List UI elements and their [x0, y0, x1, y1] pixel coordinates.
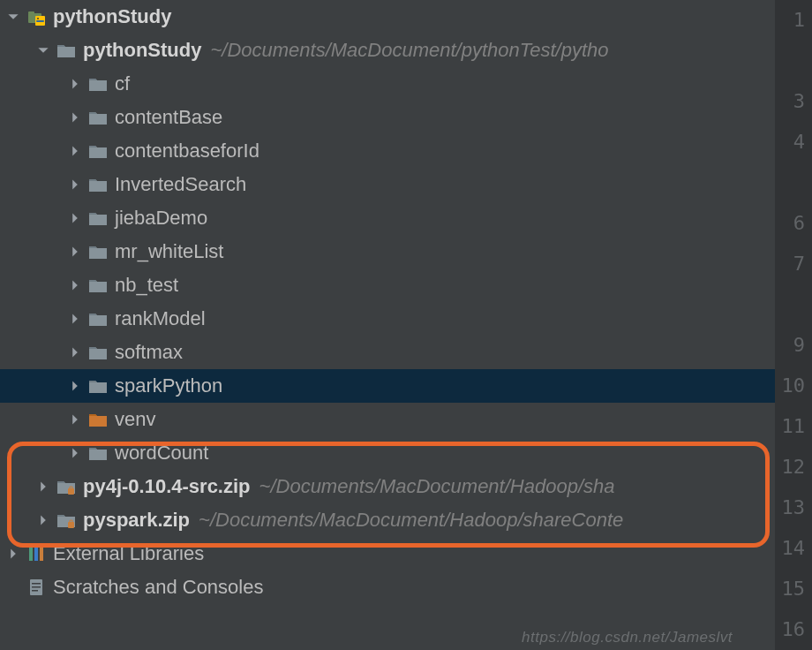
folder-icon — [88, 309, 108, 329]
tree-row-folder[interactable]: sparkPython — [0, 369, 775, 403]
gutter-line-number: 4 — [775, 122, 805, 162]
gutter-line-number: 16 — [775, 609, 805, 650]
chevron-right-icon[interactable] — [67, 177, 83, 193]
folder-icon — [88, 74, 108, 94]
chevron-down-icon[interactable] — [5, 9, 21, 25]
module-label: pythonStudy — [83, 39, 201, 62]
folder-icon — [88, 443, 108, 463]
gutter-line-number: 11 — [775, 406, 805, 447]
svg-rect-10 — [34, 547, 38, 561]
folder-label: rankModel — [115, 307, 206, 330]
tree-row-zip[interactable]: pyspark.zip ~/Documents/MacDocument/Hado… — [0, 503, 775, 537]
folder-icon — [88, 343, 108, 362]
scratches-label: Scratches and Consoles — [53, 576, 263, 599]
archive-icon — [56, 477, 76, 496]
chevron-right-icon[interactable] — [67, 110, 83, 125]
folder-icon — [88, 141, 108, 161]
gutter-line-number — [775, 284, 805, 325]
chevron-right-icon[interactable] — [67, 344, 83, 360]
folder-label: contentbaseforId — [115, 140, 259, 162]
folder-icon — [88, 208, 108, 228]
folder-label: jiebaDemo — [115, 207, 207, 230]
tree-row-folder[interactable]: contentbaseforId — [0, 134, 775, 168]
chevron-right-icon[interactable] — [35, 512, 51, 528]
svg-rect-13 — [32, 583, 41, 585]
tree-row-folder[interactable]: softmax — [0, 336, 775, 369]
scratches-icon — [26, 578, 46, 597]
folder-icon — [88, 175, 108, 194]
module-hint: ~/Documents/MacDocument/pythonTest/pytho — [210, 39, 608, 62]
svg-rect-1 — [28, 11, 34, 14]
svg-rect-15 — [32, 590, 38, 592]
chevron-right-icon[interactable] — [67, 378, 83, 394]
gutter-line-number: 1 — [775, 0, 805, 41]
chevron-down-icon[interactable] — [35, 42, 51, 58]
gutter-line-number: 12 — [775, 447, 805, 488]
folder-excluded-icon — [88, 410, 108, 429]
tree-row-folder[interactable]: wordCount — [0, 436, 775, 470]
chevron-right-icon[interactable] — [67, 143, 83, 159]
chevron-right-icon[interactable] — [35, 479, 51, 495]
project-root-label: pythonStudy — [53, 5, 171, 28]
folder-label: contentBase — [115, 106, 222, 129]
folder-icon — [56, 41, 76, 60]
folder-label: softmax — [115, 341, 183, 364]
chevron-right-icon[interactable] — [67, 244, 83, 260]
tree-row-folder[interactable]: contentBase — [0, 101, 775, 134]
svg-rect-9 — [29, 547, 33, 561]
archive-icon — [56, 510, 76, 530]
gutter-line-number: 7 — [775, 244, 805, 284]
chevron-right-icon[interactable] — [67, 277, 83, 293]
chevron-right-icon[interactable] — [67, 210, 83, 226]
svg-rect-11 — [40, 547, 43, 561]
chevron-right-icon[interactable] — [67, 76, 83, 92]
tree-row-folder[interactable]: nb_test — [0, 268, 775, 302]
folder-label: InvertedSearch — [115, 173, 246, 196]
tree-row-external-libraries[interactable]: External Libraries — [0, 537, 775, 571]
gutter-line-number: 15 — [775, 569, 805, 609]
folder-icon — [88, 108, 108, 127]
folder-label: cf — [115, 72, 130, 95]
folder-icon — [88, 276, 108, 295]
project-tree-panel: pythonStudy pythonStudy ~/Documents/MacD… — [0, 0, 775, 650]
folder-label: nb_test — [115, 274, 178, 297]
tree-row-folder[interactable]: venv — [0, 403, 775, 436]
project-python-icon — [26, 7, 46, 26]
tree-row-zip[interactable]: py4j-0.10.4-src.zip ~/Documents/MacDocum… — [0, 470, 775, 503]
folder-label: venv — [115, 408, 155, 431]
tree-row-folder[interactable]: jiebaDemo — [0, 201, 775, 235]
tree-row-module[interactable]: pythonStudy ~/Documents/MacDocument/pyth… — [0, 34, 775, 67]
tree-row-folder[interactable]: rankModel — [0, 302, 775, 336]
folder-icon — [88, 242, 108, 261]
gutter-line-number — [775, 41, 805, 81]
zip-hint: ~/Documents/MacDocument/Hadoop/shareCont… — [199, 509, 623, 532]
gutter-line-number: 14 — [775, 528, 805, 569]
external-libraries-label: External Libraries — [53, 542, 204, 565]
gutter-line-number: 13 — [775, 488, 805, 528]
folder-label: sparkPython — [115, 374, 222, 397]
svg-rect-14 — [32, 586, 41, 588]
tree-row-scratches[interactable]: Scratches and Consoles — [0, 571, 775, 604]
watermark-text: https://blog.csdn.net/Jameslvt — [522, 629, 733, 646]
chevron-right-icon[interactable] — [67, 445, 83, 461]
gutter-line-number — [775, 162, 805, 203]
tree-row-folder[interactable]: mr_whiteList — [0, 235, 775, 268]
folder-label: wordCount — [115, 442, 208, 465]
chevron-right-icon[interactable] — [67, 412, 83, 427]
zip-label: py4j-0.10.4-src.zip — [83, 475, 251, 498]
svg-rect-4 — [36, 20, 44, 22]
chevron-right-icon[interactable] — [67, 311, 83, 327]
folder-label: mr_whiteList — [115, 240, 223, 263]
gutter-line-number: 10 — [775, 366, 805, 406]
gutter-line-number: 6 — [775, 203, 805, 244]
editor-gutter: 1346791011121314151617 — [775, 0, 812, 650]
external-libraries-icon — [26, 544, 46, 563]
tree-row-project-root[interactable]: pythonStudy — [0, 0, 775, 34]
chevron-right-icon[interactable] — [5, 546, 21, 562]
folder-icon — [88, 376, 108, 396]
zip-hint: ~/Documents/MacDocument/Hadoop/sha — [259, 475, 615, 498]
svg-point-3 — [37, 18, 39, 19]
tree-row-folder[interactable]: cf — [0, 67, 775, 101]
tree-row-folder[interactable]: InvertedSearch — [0, 168, 775, 201]
zip-label: pyspark.zip — [83, 509, 190, 532]
